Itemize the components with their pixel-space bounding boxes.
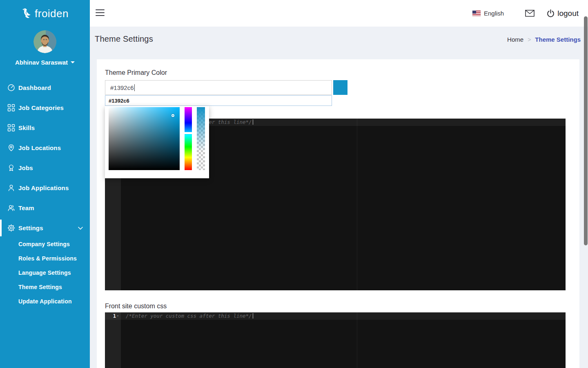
submenu-label: Language Settings: [18, 269, 71, 276]
sidebar-item-label: Jobs: [18, 164, 33, 171]
hue-slider[interactable]: [185, 107, 192, 170]
sidebar-item-skills[interactable]: Skills: [0, 118, 90, 138]
app-root: froiden Abhinav Saraswat: [0, 0, 588, 368]
page-scrollbar-thumb[interactable]: [584, 16, 588, 245]
sidebar: froiden Abhinav Saraswat: [0, 0, 90, 368]
fold-caret-icon[interactable]: ▾: [117, 312, 119, 320]
hamburger-icon[interactable]: [96, 9, 105, 17]
sidebar-item-label: Job Applications: [18, 184, 69, 191]
brand-name: froiden: [35, 7, 69, 20]
submenu-label: Company Settings: [18, 241, 70, 247]
us-flag-icon: [472, 11, 481, 16]
gear-icon: [7, 224, 15, 232]
gauge-icon: [7, 84, 15, 92]
sidebar-item-team[interactable]: Team: [0, 198, 90, 218]
power-icon: [547, 9, 555, 18]
sidebar-item-label: Skills: [18, 124, 35, 131]
submenu-label: Roles & Permissions: [18, 255, 77, 262]
text-cursor: [134, 84, 135, 91]
mail-icon: [525, 10, 535, 17]
sidebar-nav: Dashboard Job Categories Skills: [0, 78, 90, 308]
chevron-down-icon: [78, 227, 83, 230]
grid-icon: [7, 124, 15, 132]
sidebar-item-job-categories[interactable]: Job Categories: [0, 98, 90, 118]
line-number: 1: [105, 312, 116, 320]
picker-panel: [105, 106, 209, 178]
brand-logo[interactable]: froiden: [0, 0, 90, 21]
breadcrumb-home[interactable]: Home: [507, 36, 523, 43]
map-pin-icon: [7, 144, 15, 152]
sidebar-item-label: Dashboard: [18, 84, 51, 91]
person-icon: [7, 184, 15, 192]
saturation-square[interactable]: [109, 107, 180, 170]
caret-down-icon: [71, 61, 75, 63]
breadcrumb-current: Theme Settings: [535, 36, 581, 43]
sidebar-item-label: Team: [18, 204, 34, 211]
breadcrumb-separator-icon: >: [528, 36, 531, 43]
logout-label: logout: [557, 9, 579, 18]
award-icon: [7, 164, 15, 172]
editor-active-line[interactable]: 1 ▾ /*Enter your custom css after this l…: [105, 312, 566, 320]
language-selector[interactable]: English: [472, 10, 504, 17]
hue-marker[interactable]: [185, 132, 192, 134]
avatar[interactable]: [33, 30, 56, 53]
submenu-label: Update Application: [18, 298, 72, 305]
sidebar-item-theme-settings[interactable]: Theme Settings: [0, 280, 90, 294]
color-swatch-button[interactable]: [333, 80, 347, 95]
submenu-label: Theme Settings: [18, 284, 62, 290]
language-label: English: [484, 10, 504, 17]
primary-color-value: #1392c6: [110, 84, 134, 91]
sidebar-item-settings[interactable]: Settings: [0, 218, 90, 238]
sidebar-item-dashboard[interactable]: Dashboard: [0, 78, 90, 98]
people-icon: [7, 204, 15, 212]
alpha-slider[interactable]: [197, 107, 205, 170]
logout-button[interactable]: logout: [547, 9, 579, 18]
bird-icon: [21, 7, 32, 20]
sidebar-item-label: Job Locations: [18, 144, 61, 151]
front-css-label: Front site custom css: [105, 303, 167, 310]
primary-color-label: Theme Primary Color: [105, 69, 167, 76]
user-name: Abhinav Saraswat: [15, 59, 68, 66]
editor-cursor: [253, 313, 253, 319]
saturation-marker[interactable]: [172, 114, 174, 117]
mail-button[interactable]: [525, 10, 535, 17]
sidebar-item-label: Job Categories: [18, 104, 64, 111]
picker-hex-input[interactable]: #1392c6: [105, 95, 332, 106]
sidebar-item-label: Settings: [18, 224, 43, 231]
grid-icon: [7, 104, 15, 112]
editor-column-ruler: [357, 119, 357, 290]
topbar: English logout: [90, 0, 588, 27]
css-comment-text: /*Enter your custom css after this line*…: [126, 312, 253, 320]
sidebar-item-update-application[interactable]: Update Application: [0, 294, 90, 308]
picker-hex-value: #1392c6: [109, 98, 129, 104]
editor-column-ruler: [357, 312, 357, 368]
color-picker-popup: #1392c6: [105, 95, 332, 178]
sidebar-item-language-settings[interactable]: Language Settings: [0, 265, 90, 280]
breadcrumb: Home > Theme Settings: [507, 36, 581, 43]
sidebar-item-company-settings[interactable]: Company Settings: [0, 237, 90, 251]
settings-submenu: Company Settings Roles & Permissions Lan…: [0, 237, 90, 308]
sidebar-item-roles-permissions[interactable]: Roles & Permissions: [0, 251, 90, 265]
page-title: Theme Settings: [95, 34, 153, 44]
user-menu[interactable]: Abhinav Saraswat: [0, 59, 90, 66]
sidebar-item-jobs[interactable]: Jobs: [0, 158, 90, 178]
sidebar-item-job-applications[interactable]: Job Applications: [0, 178, 90, 198]
primary-color-input[interactable]: #1392c6: [105, 80, 332, 95]
css-editor-2[interactable]: 1 ▾ /*Enter your custom css after this l…: [105, 312, 566, 368]
sidebar-item-job-locations[interactable]: Job Locations: [0, 138, 90, 158]
